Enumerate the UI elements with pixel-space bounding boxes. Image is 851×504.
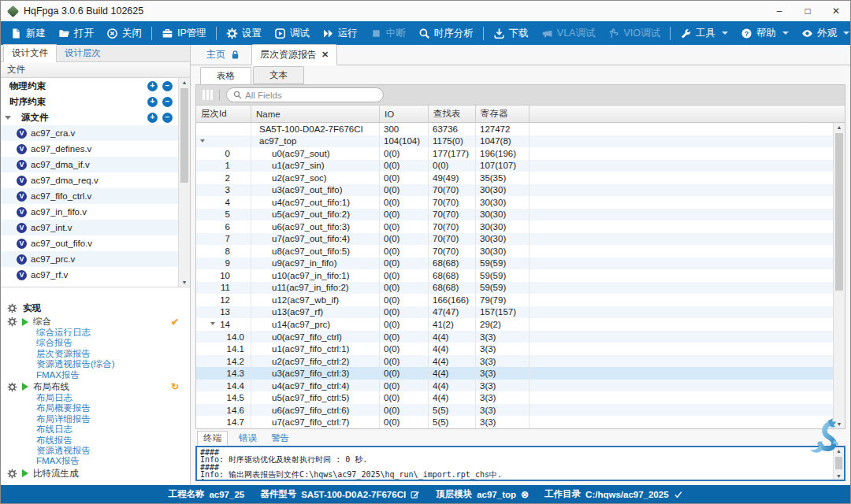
chevron-down-icon[interactable] <box>210 322 215 325</box>
source-file-item[interactable]: Vac97_defines.v <box>1 141 190 157</box>
table-row[interactable]: 14.2u2(ac97_fifo_ctrl:2)0(0)4(4)3(3) <box>196 355 845 368</box>
col-header-name[interactable]: Name <box>251 106 380 122</box>
table-row[interactable]: 2u2(ac97_soc)0(0)49(49)35(35) <box>196 172 845 184</box>
panel-splitter[interactable] <box>1 287 190 297</box>
tab-terminal[interactable]: 终端 <box>197 431 228 446</box>
table-row[interactable]: 12u12(ac97_wb_if)0(0)166(166)79(79) <box>196 294 845 306</box>
impl-step-2[interactable]: 比特流生成 <box>1 468 190 480</box>
source-file-item[interactable]: Vac97_int.v <box>1 220 190 235</box>
tab-text-view[interactable]: 文本 <box>253 66 304 84</box>
maximize-button[interactable]: □ <box>793 1 822 21</box>
report-link[interactable]: 布局日志 <box>1 393 190 403</box>
table-row[interactable]: 13u13(ac97_rf)0(0)47(47)157(157) <box>196 306 845 319</box>
search-box[interactable] <box>226 87 384 102</box>
impl-step-1[interactable]: 布局布线↻ <box>1 381 190 393</box>
table-row[interactable]: 7u7(ac97_out_fifo:4)0(0)70(70)30(30) <box>196 233 845 246</box>
add-icon[interactable]: + <box>147 97 158 107</box>
table-row[interactable]: 4u4(ac97_out_fifo:1)0(0)70(70)30(30) <box>196 196 845 209</box>
report-link[interactable]: 资源透视报告 <box>1 446 190 456</box>
add-icon[interactable]: + <box>147 81 158 91</box>
table-scrollbar[interactable]: ▲ ▼ <box>833 123 845 428</box>
report-link[interactable]: 布线日志 <box>1 424 190 435</box>
source-file-item[interactable]: Vac97_dma_req.v <box>1 172 190 188</box>
report-link[interactable]: 布局详细报告 <box>1 414 190 424</box>
table-row[interactable]: 9u9(ac97_in_fifo)0(0)68(68)59(59) <box>196 258 845 270</box>
table-row[interactable]: 1u1(ac97_sin)0(0)0(0)107(107) <box>196 160 845 172</box>
toolbar-item-close-circle[interactable]: 关闭 <box>100 21 148 45</box>
file-tree-scrollbar[interactable]: ▲ ▼ <box>178 78 190 287</box>
col-header-reg[interactable]: 寄存器 <box>476 106 530 122</box>
tree-item-2[interactable]: 源文件+− <box>1 109 190 125</box>
source-file-item[interactable]: Vac97_in_fifo.v <box>1 204 190 220</box>
report-link[interactable]: FMAX报告 <box>1 456 190 466</box>
impl-step-0[interactable]: 综合✔ <box>1 316 190 328</box>
tab-design-hierarchy[interactable]: 设计层次 <box>57 45 109 61</box>
toolbar-item-run[interactable]: 运行 <box>316 21 364 45</box>
toolbar-item-help[interactable]: ?帮助 <box>734 21 795 45</box>
add-icon[interactable]: + <box>147 113 158 123</box>
close-button[interactable]: ✕ <box>822 1 850 21</box>
toolbar-item-gear[interactable]: 设置 <box>220 21 268 45</box>
tree-item-1[interactable]: 时序约束+− <box>1 94 190 109</box>
source-file-item[interactable]: Vac97_fifo_ctrl.v <box>1 188 190 204</box>
remove-icon[interactable]: − <box>162 81 173 91</box>
scrollbar-thumb[interactable] <box>180 88 188 183</box>
circle-x-icon[interactable]: ⊗ <box>521 489 529 500</box>
table-row[interactable]: 11u11(ac97_in_fifo:2)0(0)68(68)59(59) <box>196 282 845 295</box>
report-link[interactable]: FMAX报告 <box>1 370 190 380</box>
table-row[interactable]: 6u6(ac97_out_fifo:3)0(0)70(70)30(30) <box>196 220 845 233</box>
column-chooser-icon[interactable] <box>203 90 213 100</box>
table-row[interactable]: 5u5(ac97_out_fifo:2)0(0)70(70)30(30) <box>196 209 845 221</box>
scrollbar-thumb[interactable] <box>835 133 843 291</box>
table-row[interactable]: 14.1u1(ac97_fifo_ctrl:1)0(0)4(4)3(3) <box>196 343 845 355</box>
source-file-item[interactable]: Vac97_prc.v <box>1 251 190 267</box>
table-row[interactable]: 0u0(ac97_sout)0(0)177(177)196(196) <box>196 147 845 160</box>
console[interactable]: #### Info: 时序驱动优化及映射执行时间 : 0 秒. #### Inf… <box>195 446 845 481</box>
tab-hierarchy-report[interactable]: 层次资源报告 ✕ <box>251 44 337 65</box>
toolbar-item-open-folder[interactable]: 打开 <box>52 21 100 45</box>
run-step-icon[interactable] <box>22 318 28 326</box>
table-row[interactable]: 14.0u0(ac97_fifo_ctrl)0(0)4(4)3(3) <box>196 331 845 343</box>
toolbar-item-eye[interactable]: 外观 <box>795 21 851 45</box>
chevron-down-icon[interactable] <box>200 139 205 143</box>
tab-warnings[interactable]: 警告 <box>268 432 292 445</box>
report-link[interactable]: 层次资源报告 <box>1 349 190 359</box>
scroll-up-icon[interactable]: ▲ <box>834 124 845 130</box>
check-icon[interactable] <box>674 490 683 499</box>
tab-design-files[interactable]: 设计文件 <box>3 44 57 62</box>
source-file-item[interactable]: Vac97_rf.v <box>1 267 190 283</box>
toolbar-item-search[interactable]: 时序分析 <box>412 21 480 45</box>
search-input[interactable] <box>245 91 377 100</box>
minimize-button[interactable]: – <box>765 1 793 21</box>
source-file-item[interactable]: Vac97_dma_if.v <box>1 157 190 172</box>
report-link[interactable]: 综合报告 <box>1 338 190 348</box>
table-row[interactable]: 14.7u7(ac97_fifo_ctrl:7)0(0)5(5)3(3) <box>196 416 845 428</box>
table-row[interactable]: ac97_top104(104)1175(0)1047(8) <box>196 135 845 148</box>
report-link[interactable]: 布局概要报告 <box>1 403 190 413</box>
col-header-lut[interactable]: 查找表 <box>429 106 476 122</box>
toolbar-item-wrench[interactable]: 工具 <box>674 21 734 45</box>
toolbar-item-debug[interactable]: 调试 <box>268 21 316 45</box>
scroll-down-icon[interactable]: ▼ <box>834 473 844 479</box>
table-row[interactable]: 10u10(ac97_in_fifo:1)0(0)68(68)59(59) <box>196 269 845 282</box>
table-row[interactable]: SA5T-100-D0A2-7F676CI30063736127472 <box>196 123 845 135</box>
tree-item-0[interactable]: 物理约束+− <box>1 78 190 94</box>
toolbar-item-briefcase[interactable]: IP管理 <box>155 21 213 45</box>
tab-home[interactable]: 主页 <box>199 45 248 65</box>
toolbar-item-download[interactable]: 下载 <box>487 21 535 45</box>
table-row[interactable]: 14.5u5(ac97_fifo_ctrl:5)0(0)4(4)3(3) <box>196 391 845 404</box>
tab-table-view[interactable]: 表格 <box>200 67 251 85</box>
table-row[interactable]: 14u14(ac97_prc)0(0)41(2)29(2) <box>196 318 845 331</box>
run-step-icon[interactable] <box>22 469 28 477</box>
edit-icon[interactable] <box>411 490 420 499</box>
close-tab-icon[interactable]: ✕ <box>321 50 329 60</box>
table-row[interactable]: 14.4u4(ac97_fifo_ctrl:4)0(0)4(4)3(3) <box>196 380 845 392</box>
table-row[interactable]: 3u3(ac97_out_fifo)0(0)70(70)30(30) <box>196 184 845 197</box>
run-step-icon[interactable] <box>22 383 28 391</box>
chevron-down-icon[interactable] <box>5 116 11 120</box>
table-row[interactable]: 8u8(ac97_out_fifo:5)0(0)70(70)30(30) <box>196 245 845 258</box>
report-link[interactable]: 综合运行日志 <box>1 328 190 338</box>
table-row[interactable]: 14.3u3(ac97_fifo_ctrl:3)0(0)4(4)3(3) <box>196 367 845 380</box>
table-row[interactable]: 14.6u6(ac97_fifo_ctrl:6)0(0)5(5)3(3) <box>196 404 845 417</box>
col-header-id[interactable]: 层次Id <box>196 106 251 122</box>
